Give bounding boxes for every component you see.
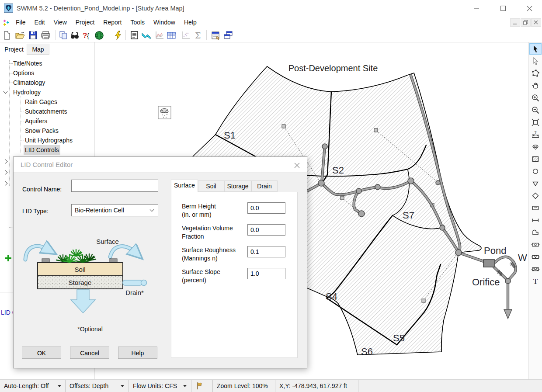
label-s4[interactable]: S4 <box>326 291 337 302</box>
tab-map[interactable]: Map <box>27 44 49 55</box>
tree-item-subcatchments[interactable]: Subcatchments <box>25 107 67 116</box>
mdi-restore-button[interactable] <box>521 18 531 27</box>
tab-surface[interactable]: Surface <box>171 180 198 192</box>
add-junction-tool[interactable] <box>529 166 542 177</box>
label-orifice[interactable]: Orifice <box>472 277 500 288</box>
collapsed-chevron-icon[interactable] <box>3 181 8 186</box>
label-s7[interactable]: S7 <box>403 210 414 221</box>
query-button[interactable]: ? { <box>80 29 92 41</box>
overview-map-button[interactable] <box>93 29 105 41</box>
menu-file[interactable]: File <box>11 17 30 28</box>
copy-button[interactable] <box>57 29 69 41</box>
menu-project[interactable]: Project <box>71 17 99 28</box>
tree-item-unit-hydrographs[interactable]: Unit Hydrographs <box>25 135 73 145</box>
maximize-button[interactable] <box>493 0 513 17</box>
offsets-selector[interactable]: Offsets: Depth <box>66 380 129 392</box>
tree-guide-line <box>9 191 9 228</box>
auto-length-selector[interactable]: Auto-Length: Off <box>0 380 66 392</box>
dialog-title-bar[interactable]: LID Control Editor <box>14 157 307 173</box>
add-divider-tool[interactable] <box>529 190 542 201</box>
tree-item-snow-packs[interactable]: Snow Packs <box>25 126 59 135</box>
label-s5[interactable]: S5 <box>393 333 405 343</box>
tab-storage[interactable]: Storage <box>224 180 251 192</box>
menu-tools[interactable]: Tools <box>126 17 149 28</box>
label-weir-partial[interactable]: W <box>518 252 527 263</box>
tree-item-hydrology[interactable]: Hydrology <box>13 87 41 97</box>
full-extent-tool[interactable] <box>529 117 542 128</box>
label-pond[interactable]: Pond <box>484 245 506 256</box>
tab-drain[interactable]: Drain <box>251 180 278 192</box>
add-subcatchment-tool[interactable] <box>529 153 542 165</box>
table-button[interactable] <box>165 29 177 41</box>
tree-item-aquifers[interactable]: Aquifers <box>25 116 47 126</box>
surface-slope-input[interactable] <box>247 268 285 279</box>
open-file-button[interactable] <box>14 29 26 41</box>
add-conduit-tool[interactable] <box>529 215 542 226</box>
report-button[interactable] <box>129 29 140 41</box>
mdi-minimize-button[interactable] <box>510 18 520 27</box>
expanded-chevron-icon[interactable] <box>3 90 8 94</box>
surface-roughness-input[interactable] <box>247 246 285 257</box>
collapsed-chevron-icon[interactable] <box>3 160 8 164</box>
menu-view[interactable]: View <box>49 17 71 28</box>
ok-button[interactable]: OK <box>22 347 61 359</box>
find-button[interactable] <box>69 29 80 41</box>
tab-soil[interactable]: Soil <box>198 180 224 192</box>
tab-project[interactable]: Project <box>2 44 26 55</box>
add-storage-tool[interactable] <box>529 202 542 214</box>
rain-gage-symbol[interactable] <box>158 106 171 119</box>
overview-flag-section[interactable] <box>191 380 213 392</box>
menu-help[interactable]: Help <box>180 17 201 28</box>
add-pump-tool[interactable] <box>529 227 542 238</box>
pan-tool[interactable] <box>529 80 542 91</box>
tree-item-options[interactable]: Options <box>13 68 34 78</box>
tree-item-title-notes[interactable]: Title/Notes <box>13 59 42 68</box>
flow-units-selector[interactable]: Flow Units: CFS <box>129 380 191 392</box>
add-outlet-tool[interactable] <box>529 264 542 275</box>
menu-window[interactable]: Window <box>149 17 180 28</box>
save-file-button[interactable] <box>27 29 39 41</box>
new-file-button[interactable] <box>1 29 13 41</box>
berm-height-input[interactable] <box>247 202 285 214</box>
add-object-button[interactable] <box>4 254 12 262</box>
zoom-out-tool[interactable] <box>529 104 542 116</box>
collapsed-chevron-icon[interactable] <box>3 170 8 175</box>
pond-storage-node[interactable] <box>483 260 495 267</box>
add-raingage-tool[interactable] <box>529 141 542 153</box>
menu-edit[interactable]: Edit <box>30 17 49 28</box>
label-s6[interactable]: S6 <box>361 346 373 357</box>
print-button[interactable] <box>40 29 52 41</box>
run-simulation-button[interactable] <box>112 29 124 41</box>
label-s1[interactable]: S1 <box>224 130 236 141</box>
zoom-in-tool[interactable] <box>529 92 542 104</box>
mdi-close-button[interactable] <box>531 18 541 27</box>
measure-tool[interactable]: ? <box>529 129 542 140</box>
dialog-close-button[interactable] <box>292 160 302 170</box>
close-button[interactable] <box>519 0 539 17</box>
vegetation-volume-input[interactable] <box>247 224 285 236</box>
control-name-input[interactable] <box>71 180 158 192</box>
menu-report[interactable]: Report <box>99 17 126 28</box>
profile-plot-button[interactable] <box>140 29 152 41</box>
object-list-item-partial[interactable]: LID C <box>1 309 13 316</box>
options-button[interactable] <box>210 29 222 41</box>
tree-item-lid-controls[interactable]: LID Controls <box>24 145 60 155</box>
lid-type-label: LID Type: <box>22 208 49 215</box>
add-label-tool[interactable]: T <box>529 276 542 287</box>
tree-item-climatology[interactable]: Climatology <box>13 78 45 87</box>
label-s2[interactable]: S2 <box>332 165 344 176</box>
select-vertex-tool[interactable] <box>529 56 542 67</box>
cascade-windows-button[interactable] <box>222 29 234 41</box>
cancel-button[interactable]: Cancel <box>70 347 109 359</box>
add-outfall-tool[interactable] <box>529 178 542 189</box>
map-title-label[interactable]: Post-Development Site <box>288 63 378 73</box>
minimize-button[interactable] <box>467 0 487 17</box>
add-weir-tool[interactable] <box>529 251 542 263</box>
select-region-tool[interactable] <box>529 68 542 79</box>
select-object-tool[interactable] <box>529 43 542 55</box>
add-orifice-tool[interactable] <box>529 239 542 250</box>
infiltration-arrow <box>71 290 95 313</box>
tree-item-rain-gages[interactable]: Rain Gages <box>25 97 57 107</box>
lid-type-select[interactable]: Bio-Retention Cell <box>71 204 158 216</box>
help-button[interactable]: Help <box>118 347 157 359</box>
